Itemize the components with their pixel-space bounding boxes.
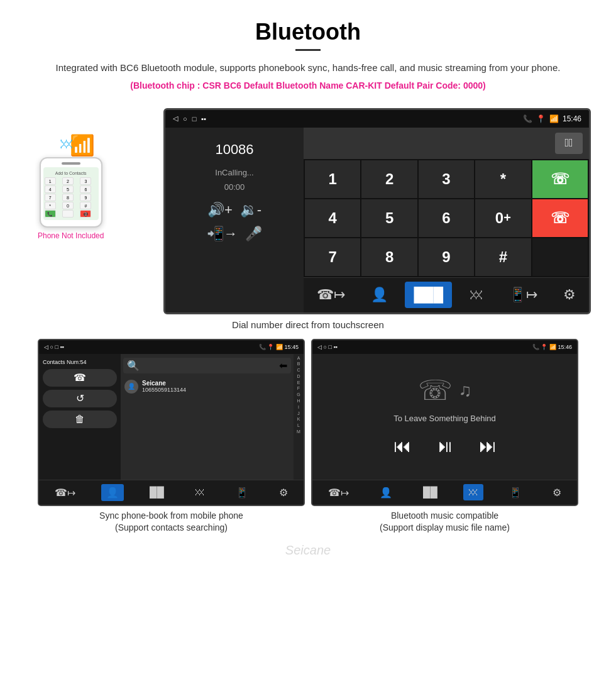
end-call-button[interactable]: ☏ [532, 199, 588, 237]
contacts-toolbar: ☎↦ 👤 ██ ⯵ 📱 ⚙ [39, 480, 304, 505]
ct-contacts-btn[interactable]: 👤 [101, 484, 124, 501]
mt-transfer-btn[interactable]: 📱 [504, 484, 527, 501]
key-empty [62, 210, 74, 218]
contacts-search-input[interactable] [140, 361, 279, 369]
contact-name: Seicane [142, 380, 186, 387]
back-nav-icon: ◁ [173, 114, 178, 123]
wifi-icon: 📶 [549, 114, 559, 123]
page-title: Bluetooth [38, 19, 578, 45]
ct-settings-btn[interactable]: ⚙ [274, 484, 293, 501]
music-screen-wrap: ◁ ○ □ ▪▪ 📞 📍 📶 15:46 ☏ ♫ To Leave Someth [311, 339, 578, 534]
contacts-middle-panel: 🔍 ⬅ 👤 Seicane 10655059113144 [121, 354, 294, 480]
numpad-6[interactable]: 6 [419, 199, 474, 237]
mt-contacts-btn[interactable]: 👤 [375, 484, 397, 501]
key-star: * [45, 202, 56, 209]
numpad-7[interactable]: 7 [305, 238, 360, 276]
backspace-button[interactable]: ⬅⃠ [555, 133, 583, 154]
contacts-body: Contacts Num:54 ☎ ↺ 🗑 🔍 ⬅ 👤 Sei [39, 354, 304, 480]
numpad-1[interactable]: 1 [305, 160, 360, 198]
ct-phone-btn[interactable]: ☎↦ [50, 484, 80, 501]
transfer-mic-controls: 📲→ 🎤 [174, 226, 295, 242]
music-phone-icon: ☏ [418, 374, 453, 406]
numpad-empty [532, 238, 588, 276]
numpad-3[interactable]: 3 [419, 160, 474, 198]
next-track-button[interactable]: ⏭ [479, 436, 497, 456]
seicane-watermark: Seicane [0, 543, 616, 558]
calling-time: 00:00 [174, 182, 295, 192]
contacts-statusbar: ◁ ○ □ ▪▪ 📞 📍 📶 15:45 [39, 340, 304, 354]
key-6: 6 [80, 185, 91, 193]
vol-up-button[interactable]: 🔊+ [207, 202, 233, 218]
mic-button[interactable]: 🎤 [245, 226, 262, 242]
delete-action-btn[interactable]: 🗑 [43, 411, 117, 428]
transfer-button[interactable]: 📲→ [207, 226, 238, 242]
contacts-back-icon: ◁ [44, 344, 48, 350]
numpad-zero-plus[interactable]: 0+ [475, 199, 531, 237]
numpad-4[interactable]: 4 [305, 199, 360, 237]
music-toolbar: ☎↦ 👤 ██ ⯵ 📱 ⚙ [312, 480, 577, 505]
music-statusbar-left: ◁ ○ □ ▪▪ [317, 344, 338, 350]
phone-speaker [62, 162, 80, 165]
key-8: 8 [62, 194, 74, 201]
recent-nav-icon: □ [192, 115, 197, 123]
statusbar-left: ◁ ○ □ ▪▪ [173, 114, 206, 123]
music-song-title: To Leave Something Behind [393, 414, 496, 423]
bluetooth-logo-icon: ⯵ [60, 136, 74, 152]
mt-settings-btn[interactable]: ⚙ [547, 484, 566, 501]
music-controls: ⏮ ⏯ ⏭ [393, 436, 497, 456]
call-action-btn[interactable]: ☎ [43, 369, 117, 387]
numpad-5[interactable]: 5 [361, 199, 417, 237]
music-time: 15:46 [558, 344, 572, 350]
key-call: 📞 [45, 210, 56, 218]
header-specs: (Bluetooth chip : CSR BC6 Default Blueto… [38, 80, 578, 91]
call-button[interactable]: ☏ [532, 160, 588, 198]
contacts-time: 15:45 [284, 344, 299, 350]
contacts-home-icon: ○ [50, 344, 53, 350]
toolbar-phone-book[interactable]: ☎↦ [308, 282, 354, 308]
key-5: 5 [62, 185, 74, 193]
ct-numpad-btn[interactable]: ██ [145, 484, 169, 500]
vol-down-button[interactable]: 🔉- [240, 202, 261, 218]
dial-left-panel: 10086 InCalling... 00:00 🔊+ 🔉- 📲→ 🎤 [165, 128, 304, 312]
mt-phone-btn[interactable]: ☎↦ [323, 484, 354, 501]
dial-input[interactable] [310, 138, 551, 149]
key-0: 0 [62, 202, 74, 209]
contact-avatar: 👤 [124, 380, 138, 394]
phone-small-screen: Add to Contacts 1 2 3 4 5 6 7 8 9 * 0 # … [43, 167, 99, 220]
music-body: ☏ ♫ To Leave Something Behind ⏮ ⏯ ⏭ [312, 354, 577, 480]
toolbar-numpad[interactable]: ███ [405, 282, 452, 308]
contacts-alpha-list: A B C D E F G H I J K L M [294, 354, 304, 480]
contacts-loc-icon: 📍 [267, 344, 274, 350]
numpad-2[interactable]: 2 [361, 160, 417, 198]
contacts-search-row: 🔍 ⬅ [123, 358, 291, 373]
prev-track-button[interactable]: ⏮ [393, 436, 411, 456]
mt-bluetooth-btn[interactable]: ⯵ [463, 484, 483, 500]
toolbar-bluetooth[interactable]: ⯵ [461, 282, 492, 308]
contact-number: 10655059113144 [142, 387, 186, 393]
numpad-hash[interactable]: # [475, 238, 531, 276]
toolbar-settings[interactable]: ⚙ [554, 282, 585, 308]
contacts-caption: Sync phone-book from mobile phone (Suppo… [38, 510, 305, 534]
play-pause-button[interactable]: ⏯ [436, 436, 454, 456]
numpad-8[interactable]: 8 [361, 238, 417, 276]
contacts-statusbar-left: ◁ ○ □ ▪▪ [44, 344, 64, 350]
key-hash: # [80, 202, 91, 209]
dial-toolbar: ☎↦ 👤 ███ ⯵ 📱↦ ⚙ [304, 277, 589, 312]
bluetooth-signal-icon: 📶 [70, 134, 95, 157]
music-statusbar: ◁ ○ □ ▪▪ 📞 📍 📶 15:46 [312, 340, 577, 354]
contacts-statusbar-right: 📞 📍 📶 15:45 [259, 344, 299, 350]
contact-item-seicane[interactable]: 👤 Seicane 10655059113144 [123, 377, 291, 396]
ct-transfer-btn[interactable]: 📱 [231, 484, 253, 501]
toolbar-contacts[interactable]: 👤 [362, 282, 397, 308]
sync-action-btn[interactable]: ↺ [43, 390, 117, 407]
backspace-icon: ⬅ [279, 360, 287, 372]
toolbar-transfer[interactable]: 📱↦ [500, 282, 546, 308]
music-note-icon: ♫ [459, 380, 472, 400]
numpad-star[interactable]: * [475, 160, 531, 198]
phone-not-included-label: Phone Not Included [38, 231, 104, 240]
key-3: 3 [80, 177, 91, 185]
notification-icon: ▪▪ [201, 115, 206, 123]
ct-bluetooth-btn[interactable]: ⯵ [190, 484, 210, 500]
mt-numpad-btn[interactable]: ██ [418, 484, 443, 500]
numpad-9[interactable]: 9 [419, 238, 474, 276]
